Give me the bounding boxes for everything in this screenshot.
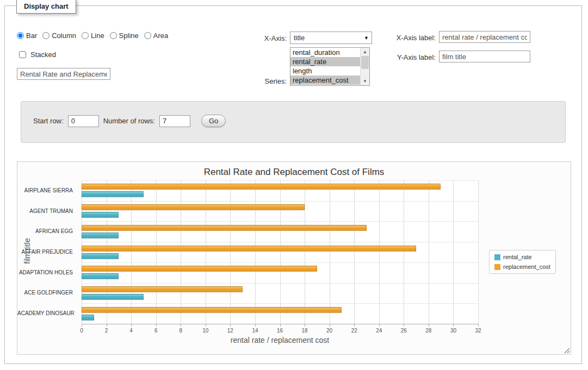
x-gridline bbox=[404, 180, 404, 324]
bar-replacement_cost bbox=[82, 286, 243, 292]
bar-rental_rate bbox=[82, 212, 119, 218]
legend-swatch-replacement_cost bbox=[494, 264, 500, 270]
panel-title-tab: Display chart bbox=[16, 0, 76, 14]
start-row-label: Start row: bbox=[33, 117, 64, 125]
x-tick-mark bbox=[107, 324, 107, 327]
legend-item[interactable]: replacement_cost bbox=[494, 264, 550, 270]
x-tick-mark bbox=[206, 324, 206, 327]
x-tick-label: 12 bbox=[222, 328, 238, 334]
chart-type-radio-line[interactable] bbox=[82, 32, 89, 39]
x-gridline bbox=[379, 180, 380, 324]
rows-controls: Start row: Number of rows: Go bbox=[33, 115, 226, 127]
x-gridline bbox=[156, 180, 157, 324]
bar-replacement_cost bbox=[82, 307, 342, 313]
bar-replacement_cost bbox=[82, 225, 367, 231]
y-gridline bbox=[82, 283, 478, 284]
chart-type-radio-bar[interactable] bbox=[17, 32, 24, 39]
series-option-rental_duration[interactable]: rental_duration bbox=[290, 48, 360, 57]
x-tick-label: 30 bbox=[445, 328, 461, 334]
category-label: AIRPLANE SIERRA bbox=[17, 187, 77, 193]
category-label: ADAPTATION HOLES bbox=[17, 269, 77, 275]
series-option-rental_rate[interactable]: rental_rate bbox=[290, 57, 360, 66]
x-tick-mark bbox=[478, 324, 479, 327]
x-axis-select-value: title bbox=[294, 34, 305, 42]
x-gridline bbox=[82, 180, 82, 324]
chart-type-bar[interactable]: Bar bbox=[17, 32, 37, 40]
stacked-option[interactable]: Stacked bbox=[17, 49, 56, 60]
bar-rental_rate bbox=[82, 315, 94, 321]
x-tick-mark bbox=[354, 324, 355, 327]
y-axis-label-input[interactable] bbox=[439, 51, 530, 62]
x-tick-label: 16 bbox=[272, 328, 288, 334]
x-gridline bbox=[280, 180, 281, 324]
category-label: AFRICAN EGG bbox=[17, 228, 77, 234]
x-gridline bbox=[478, 180, 479, 324]
x-gridline bbox=[206, 180, 206, 324]
y-gridline bbox=[82, 221, 478, 222]
plot-area bbox=[82, 180, 478, 324]
chart-type-label: Spline bbox=[119, 32, 139, 40]
category-label: AFFAIR PREJUDICE bbox=[17, 249, 77, 255]
go-button[interactable]: Go bbox=[201, 115, 226, 127]
stacked-checkbox[interactable] bbox=[19, 51, 26, 58]
x-tick-label: 0 bbox=[73, 328, 90, 334]
x-tick-mark bbox=[330, 324, 330, 327]
num-rows-input[interactable] bbox=[159, 115, 190, 127]
legend-swatch-rental_rate bbox=[494, 254, 500, 260]
x-tick-label: 26 bbox=[395, 328, 412, 334]
x-gridline bbox=[230, 180, 231, 324]
chart-type-radio-area[interactable] bbox=[144, 32, 151, 39]
chart-type-radios: BarColumnLineSplineArea bbox=[17, 32, 168, 40]
x-tick-mark bbox=[305, 324, 305, 327]
x-tick-label: 22 bbox=[346, 328, 362, 334]
resize-handle-icon[interactable] bbox=[562, 346, 570, 353]
bar-replacement_cost bbox=[82, 266, 317, 272]
chart-title: Rental Rate and Replacement Cost of Film… bbox=[17, 167, 571, 178]
category-label: ACADEMY DINOSAUR bbox=[17, 310, 77, 316]
y-gridline bbox=[82, 201, 478, 202]
x-tick-mark bbox=[230, 324, 231, 327]
x-gridline bbox=[354, 180, 355, 324]
chart-type-radio-spline[interactable] bbox=[110, 32, 117, 39]
bar-rental_rate bbox=[82, 191, 144, 197]
chart-type-label: Line bbox=[91, 32, 104, 40]
category-label: ACE GOLDFINGER bbox=[17, 290, 77, 296]
x-tick-label: 28 bbox=[420, 328, 437, 334]
x-tick-label: 24 bbox=[371, 328, 387, 334]
series-option-length[interactable]: length bbox=[290, 66, 360, 76]
chart-type-label: Bar bbox=[26, 32, 37, 40]
legend-item[interactable]: rental_rate bbox=[494, 254, 550, 260]
x-gridline bbox=[255, 180, 256, 324]
chart-type-area[interactable]: Area bbox=[144, 32, 168, 40]
chart-type-radio-column[interactable] bbox=[42, 32, 49, 39]
y-axis-label-caption: Y-Axis label: bbox=[353, 53, 436, 61]
x-tick-label: 10 bbox=[197, 328, 214, 334]
x-tick-label: 6 bbox=[148, 328, 164, 334]
x-gridline bbox=[453, 180, 454, 324]
y-gridline bbox=[82, 180, 478, 181]
series-option-replacement_cost[interactable]: replacement_cost bbox=[290, 76, 360, 85]
chart-type-column[interactable]: Column bbox=[42, 32, 76, 40]
bar-replacement_cost bbox=[82, 204, 305, 210]
chart-type-line[interactable]: Line bbox=[82, 32, 104, 40]
scrollbar-down-icon[interactable]: ▼ bbox=[361, 77, 369, 85]
bar-rental_rate bbox=[82, 253, 119, 259]
bar-rental_rate bbox=[82, 294, 144, 300]
series-caption: Series: bbox=[222, 77, 287, 85]
bar-rental_rate bbox=[82, 273, 119, 279]
page: Display chart BarColumnLineSplineArea St… bbox=[0, 0, 588, 370]
start-row-input[interactable] bbox=[68, 115, 99, 127]
x-gridline bbox=[429, 180, 429, 324]
x-tick-mark bbox=[379, 324, 380, 327]
x-axis-caption: X-Axis: bbox=[222, 34, 287, 42]
x-axis-label-input[interactable] bbox=[439, 31, 530, 43]
chart-title-input[interactable] bbox=[17, 68, 110, 80]
x-axis-label-caption: X-Axis label: bbox=[353, 34, 436, 42]
bar-replacement_cost bbox=[82, 246, 416, 252]
chart-type-label: Area bbox=[153, 32, 168, 40]
y-gridline bbox=[82, 242, 478, 242]
x-tick-label: 20 bbox=[321, 328, 338, 334]
chart-type-spline[interactable]: Spline bbox=[110, 32, 139, 40]
x-tick-mark bbox=[280, 324, 281, 327]
x-tick-label: 14 bbox=[247, 328, 263, 334]
